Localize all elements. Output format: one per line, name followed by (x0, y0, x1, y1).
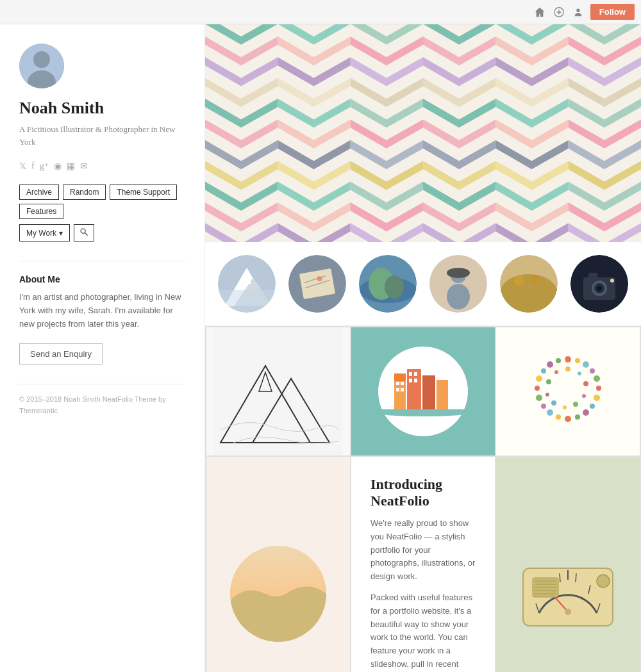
svg-point-173 (565, 609, 571, 615)
svg-rect-106 (214, 327, 342, 455)
user-icon[interactable] (571, 5, 585, 19)
svg-point-89 (385, 275, 404, 299)
theme-support-button[interactable]: Theme Support (110, 184, 177, 200)
grid-dots[interactable] (496, 327, 640, 455)
twitter-icon[interactable]: 𝕏 (19, 161, 26, 172)
svg-point-180 (597, 575, 610, 587)
grid-buildings[interactable] (351, 327, 495, 455)
svg-point-145 (541, 368, 546, 373)
svg-rect-104 (588, 273, 597, 278)
svg-point-147 (556, 358, 561, 363)
svg-marker-15 (569, 24, 641, 45)
svg-point-97 (514, 275, 524, 286)
sidebar-divider2 (19, 384, 185, 384)
grid-mountains[interactable] (206, 327, 350, 455)
svg-line-6 (85, 233, 88, 235)
site-tagline: A Fictitious Illustrator & Photographer … (19, 123, 185, 148)
svg-rect-112 (394, 379, 406, 411)
avatar (19, 44, 64, 88)
mywork-label: My Work (26, 229, 56, 238)
thumb-field[interactable] (500, 255, 558, 313)
svg-point-133 (596, 386, 601, 391)
svg-point-144 (536, 375, 542, 382)
svg-rect-93 (454, 271, 463, 277)
svg-point-139 (556, 414, 561, 420)
grid-intro-text: Introducing NeatFolio We're really proud… (351, 457, 495, 672)
thumb-camera[interactable] (570, 255, 628, 313)
svg-rect-80 (218, 290, 276, 313)
dribbble-icon[interactable]: ◉ (54, 161, 62, 172)
svg-marker-11 (278, 24, 350, 45)
svg-point-142 (536, 395, 542, 401)
thumbnails-row (205, 242, 641, 326)
sidebar-divider (19, 261, 185, 261)
svg-point-152 (573, 402, 578, 407)
svg-point-157 (554, 370, 558, 374)
intro-title: Introducing NeatFolio (370, 476, 476, 509)
svg-point-138 (565, 416, 571, 422)
email-icon[interactable]: ✉ (80, 161, 88, 172)
grid-radio[interactable] (496, 457, 640, 672)
svg-point-153 (563, 406, 567, 409)
svg-marker-10 (205, 24, 278, 45)
svg-point-154 (551, 400, 556, 406)
thumb-person[interactable] (429, 255, 487, 313)
content-area: Introducing NeatFolio We're really proud… (205, 24, 641, 672)
svg-rect-127 (504, 327, 632, 455)
svg-point-5 (81, 229, 85, 233)
features-button[interactable]: Features (19, 204, 63, 219)
dropdown-arrow-icon: ▾ (59, 229, 63, 238)
svg-point-156 (546, 379, 551, 384)
svg-point-3 (33, 51, 50, 68)
add-icon[interactable] (552, 5, 566, 19)
svg-point-1 (576, 8, 579, 12)
main-wrapper: Noah Smith A Fictitious Illustrator & Ph… (0, 24, 641, 672)
svg-point-151 (582, 394, 586, 398)
grid-desert[interactable] (206, 457, 350, 672)
svg-marker-14 (495, 24, 568, 45)
svg-point-94 (447, 284, 470, 309)
svg-point-98 (531, 275, 539, 283)
svg-rect-124 (414, 379, 417, 382)
svg-point-129 (575, 358, 580, 363)
svg-point-149 (578, 372, 581, 375)
svg-point-105 (610, 279, 614, 283)
svg-point-131 (590, 368, 595, 373)
svg-point-126 (381, 411, 465, 416)
hero-image[interactable] (205, 24, 641, 242)
svg-rect-116 (437, 380, 448, 411)
nav-row2: My Work ▾ (19, 224, 185, 242)
thumb-mountains[interactable] (218, 255, 276, 313)
mywork-button[interactable]: My Work ▾ (19, 224, 70, 242)
thumb-coast[interactable] (359, 255, 417, 313)
nav-buttons: Archive Random Theme Support Features (19, 184, 185, 219)
enquiry-button[interactable]: Send an Enquiry (19, 343, 103, 365)
copyright: © 2015–2018 Noah Smith NeatFolio Theme b… (19, 394, 185, 416)
svg-point-96 (500, 274, 558, 313)
site-name: Noah Smith (19, 99, 185, 118)
svg-point-150 (583, 381, 588, 386)
svg-point-140 (547, 409, 553, 416)
svg-rect-119 (396, 388, 399, 391)
svg-point-155 (545, 393, 549, 397)
svg-marker-12 (351, 24, 423, 45)
thumb-notebook[interactable] (288, 255, 346, 313)
svg-rect-122 (414, 372, 417, 376)
archive-button[interactable]: Archive (19, 184, 59, 200)
svg-point-146 (547, 361, 553, 368)
googleplus-icon[interactable]: g⁺ (40, 161, 49, 172)
svg-point-148 (565, 366, 570, 372)
svg-point-141 (541, 404, 546, 409)
follow-button[interactable]: Follow (590, 4, 635, 20)
search-button[interactable] (74, 224, 94, 242)
home-icon[interactable] (533, 5, 547, 19)
svg-line-167 (560, 573, 560, 582)
svg-point-103 (597, 286, 602, 291)
random-button[interactable]: Random (63, 184, 106, 200)
instagram-icon[interactable]: ▦ (67, 161, 75, 172)
about-section-title: About Me (19, 274, 185, 284)
svg-point-134 (594, 395, 600, 401)
svg-rect-118 (401, 382, 404, 385)
facebook-icon[interactable]: f (31, 161, 35, 172)
svg-rect-115 (422, 375, 435, 411)
